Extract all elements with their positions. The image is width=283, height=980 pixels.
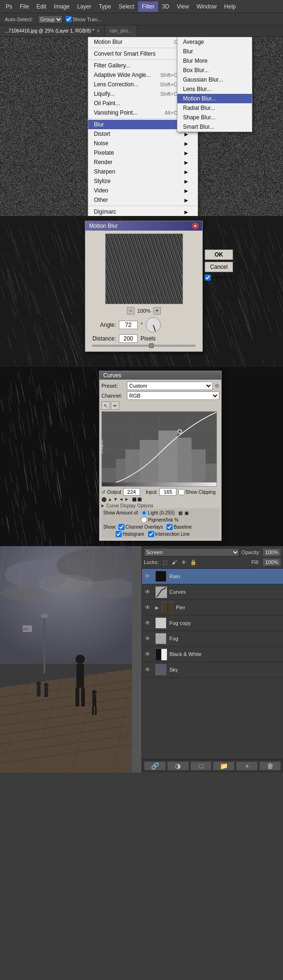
lock-transparent-icon[interactable]: ⬚ bbox=[162, 559, 168, 565]
motion-blur-dialog: Motion Blur ● − 100% + Angle: ° bbox=[85, 221, 203, 352]
layers-add-btn[interactable]: + bbox=[236, 761, 258, 771]
layer-thumb-pier bbox=[162, 602, 173, 613]
layers-folder-btn[interactable]: 📁 bbox=[213, 761, 235, 771]
menu-3d[interactable]: 3D bbox=[158, 1, 173, 12]
motion-blur-angle-wheel[interactable] bbox=[146, 317, 161, 332]
menu-view[interactable]: View bbox=[173, 1, 193, 12]
motion-blur-dialog-close[interactable]: ● bbox=[192, 223, 199, 229]
lock-all-icon[interactable]: 🔒 bbox=[190, 559, 197, 565]
motion-blur-cancel-btn[interactable]: Cancel bbox=[205, 262, 233, 272]
menu-type[interactable]: Type bbox=[95, 1, 115, 12]
curves-add-point-btn[interactable]: ▲ bbox=[108, 497, 112, 502]
svg-rect-11 bbox=[177, 438, 191, 487]
layer-eye-fog[interactable]: 👁 bbox=[145, 635, 152, 642]
layers-delete-btn[interactable]: 🗑 bbox=[259, 761, 281, 771]
curves-toggle-view-btn[interactable]: ▣ bbox=[137, 497, 142, 502]
curves-grid-btn-1[interactable]: ▦ bbox=[178, 510, 183, 515]
curves-graph[interactable] bbox=[101, 411, 217, 487]
motion-blur-angle-input[interactable] bbox=[119, 321, 138, 329]
curves-input-input[interactable] bbox=[159, 488, 176, 496]
curves-point-icon: ⬤ bbox=[101, 497, 107, 502]
layer-item-curves[interactable]: 👁 Curves bbox=[142, 584, 283, 600]
motion-blur-preview bbox=[105, 233, 183, 304]
curves-show-clipping-checkbox[interactable] bbox=[178, 489, 184, 495]
layer-item-fog[interactable]: 👁 Fog bbox=[142, 631, 283, 647]
layer-item-rain[interactable]: 👁 Rain bbox=[142, 569, 283, 584]
layer-item-fog-copy[interactable]: 👁 Fog copy bbox=[142, 615, 283, 631]
curves-tool-cursor[interactable]: ↖ bbox=[101, 401, 110, 410]
layer-item-pier[interactable]: 👁 ▶ Pier bbox=[142, 600, 283, 615]
layer-item-bw[interactable]: 👁 Black & White bbox=[142, 647, 283, 662]
layer-eye-rain[interactable]: 👁 bbox=[145, 573, 152, 580]
layers-panel-top: Screen Opacity: Locks: ⬚ 🖌 ✛ 🔒 Fill: bbox=[142, 546, 283, 569]
tab-file1[interactable]: ...71064416.jpg @ 25% (Layer 1, RGB/8) *… bbox=[0, 25, 105, 36]
motion-blur-zoom-in[interactable]: + bbox=[153, 307, 161, 315]
tab-file1-close[interactable]: ✕ bbox=[96, 28, 100, 33]
layers-fill-input[interactable] bbox=[262, 558, 281, 566]
layer-item-sky[interactable]: 👁 Sky bbox=[142, 662, 283, 678]
lock-move-icon[interactable]: ✛ bbox=[181, 559, 187, 565]
layers-mask-btn[interactable]: □ bbox=[190, 761, 212, 771]
curves-pigment-radio-label: Pigment/Ink % bbox=[141, 517, 178, 523]
menu-file[interactable]: File bbox=[16, 1, 33, 12]
curves-forward-point-btn[interactable]: ► bbox=[125, 497, 129, 502]
curves-channel-select[interactable]: RGB bbox=[127, 391, 219, 400]
curves-channel-overlays-label: Channel Overlays bbox=[118, 524, 163, 530]
curves-preset-options-btn[interactable]: ⚙ bbox=[215, 383, 219, 389]
layer-eye-fog-copy[interactable]: 👁 bbox=[145, 620, 152, 626]
menu-window[interactable]: Window bbox=[193, 1, 221, 12]
curves-dialog-titlebar: Curves bbox=[100, 371, 221, 380]
layers-opacity-input[interactable] bbox=[262, 548, 281, 556]
lock-paint-icon[interactable]: 🖌 bbox=[171, 559, 178, 565]
menu-select[interactable]: Select bbox=[115, 1, 138, 12]
layers-adjustment-btn[interactable]: ◑ bbox=[167, 761, 189, 771]
curves-histogram-checkbox[interactable] bbox=[116, 531, 122, 537]
curves-baseline-text: Baseline bbox=[174, 524, 191, 530]
menu-ps[interactable]: Ps bbox=[2, 1, 16, 12]
layer-pier-group-icon[interactable]: ▶ bbox=[155, 605, 159, 610]
menu-edit[interactable]: Edit bbox=[33, 1, 50, 12]
svg-rect-47 bbox=[37, 686, 41, 697]
curves-channel-overlays-checkbox[interactable] bbox=[118, 524, 125, 530]
toolbar: Auto-Select: Group Show Tran... bbox=[0, 13, 283, 25]
toolbar-group-select[interactable]: Group bbox=[38, 15, 63, 24]
menu-image[interactable]: Image bbox=[50, 1, 73, 12]
curves-light-radio[interactable] bbox=[141, 510, 147, 516]
layers-mode-select[interactable]: Screen bbox=[144, 548, 240, 556]
motion-blur-dialog-title: Motion Blur bbox=[89, 223, 118, 229]
curves-display-options-summary[interactable]: Curve Display Options bbox=[101, 503, 219, 508]
curves-intersection-checkbox[interactable] bbox=[148, 531, 154, 537]
motion-blur-slider-track[interactable] bbox=[92, 345, 196, 347]
motion-blur-zoom-out[interactable]: − bbox=[127, 307, 134, 315]
curves-baseline-checkbox[interactable] bbox=[166, 524, 173, 530]
curves-tool-pencil[interactable]: ✏ bbox=[111, 401, 119, 410]
curves-remove-point-btn[interactable]: ▼ bbox=[113, 497, 118, 502]
curves-output-input[interactable] bbox=[123, 488, 140, 496]
motion-blur-zoom-bar: − 100% + bbox=[88, 307, 200, 315]
motion-blur-preview-checkbox[interactable] bbox=[205, 274, 211, 281]
motion-blur-ok-btn[interactable]: OK bbox=[205, 249, 233, 260]
menu-filter[interactable]: Filter bbox=[138, 1, 158, 12]
motion-blur-distance-input[interactable] bbox=[119, 334, 138, 343]
tab-file2[interactable]: rain_pho... bbox=[105, 25, 137, 36]
layer-eye-sky[interactable]: 👁 bbox=[145, 666, 152, 673]
curves-grid-btn-2[interactable]: ▣ bbox=[184, 510, 189, 515]
curves-reset-point-btn[interactable]: ◄ bbox=[119, 497, 124, 502]
curves-display-options-section[interactable]: Curve Display Options bbox=[101, 503, 219, 508]
motion-blur-dialog-body: − 100% + Angle: ° Distance: Pixels bbox=[85, 231, 202, 351]
toolbar-show-transform-checkbox[interactable] bbox=[66, 16, 72, 22]
curves-io-refresh[interactable]: ↺ bbox=[101, 490, 105, 495]
motion-blur-angle-line bbox=[153, 325, 156, 332]
motion-blur-slider-thumb[interactable] bbox=[149, 343, 154, 348]
layer-eye-curves[interactable]: 👁 bbox=[145, 589, 152, 595]
curves-baseline-label: Baseline bbox=[166, 524, 191, 530]
menu-layer[interactable]: Layer bbox=[73, 1, 95, 12]
menu-help[interactable]: Help bbox=[220, 1, 240, 12]
curves-channel-icons-btn[interactable]: ▦ bbox=[132, 497, 136, 502]
layer-eye-pier[interactable]: 👁 bbox=[145, 604, 152, 611]
layer-eye-bw[interactable]: 👁 bbox=[145, 651, 152, 657]
curves-pigment-radio[interactable] bbox=[141, 517, 147, 523]
layer-name-rain: Rain bbox=[169, 573, 280, 579]
layers-link-btn[interactable]: 🔗 bbox=[144, 761, 166, 771]
curves-preset-select[interactable]: Custom bbox=[127, 382, 213, 390]
